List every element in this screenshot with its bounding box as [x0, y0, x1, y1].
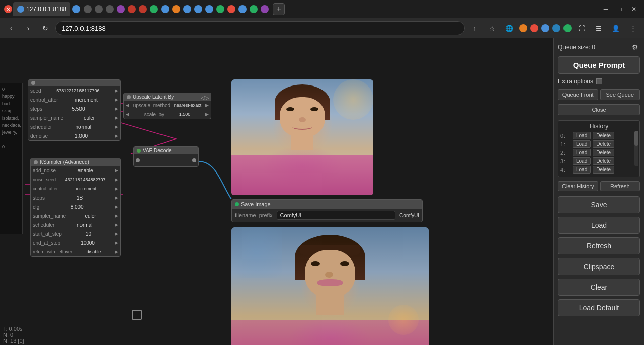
history-load-2[interactable]: Load	[573, 149, 591, 156]
ext-icon-1[interactable]	[519, 24, 527, 32]
history-num-0: 0:	[560, 133, 571, 139]
profile-button[interactable]: 👤	[609, 21, 623, 35]
history-delete-1[interactable]: Delete	[593, 140, 614, 148]
ext-icon-5[interactable]	[564, 24, 572, 32]
history-num-3: 3:	[560, 158, 571, 164]
extra-options-checkbox[interactable]	[596, 78, 602, 84]
vae-title: VAE Decode	[143, 148, 172, 153]
history-num-1: 1:	[560, 141, 571, 147]
history-refresh-button[interactable]: Refresh	[600, 181, 640, 191]
ext-icon-4[interactable]	[552, 24, 560, 32]
canvas-area[interactable]: seed 57812212168117706 ▶ control_after i…	[0, 38, 553, 345]
history-load-1[interactable]: Load	[573, 140, 591, 148]
sidebar-button[interactable]: ☰	[592, 21, 606, 35]
tab-icon-10[interactable]	[183, 5, 191, 13]
browser-chrome: ✕ 127.0.0.1:8188 + ─ □ ✕	[0, 0, 644, 38]
settings-gear-button[interactable]: ⚙	[630, 42, 640, 52]
tab-icon-11[interactable]	[194, 5, 202, 13]
active-tab[interactable]: 127.0.0.1:8188	[13, 2, 70, 16]
history-item-0: 0: Load Delete	[560, 132, 637, 139]
upscale-node[interactable]: Upscale Latent By ◁▷ ◀ upscale_method ne…	[123, 93, 211, 119]
seed-label: seed	[30, 88, 41, 94]
address-bar[interactable]: 127.0.0.1:8188	[55, 21, 465, 35]
vae-node[interactable]: VAE Decode	[133, 146, 199, 167]
history-actions-row: Clear History Refresh	[558, 181, 640, 191]
tab-icon-4[interactable]	[117, 5, 125, 13]
scale-label: scale_by	[144, 112, 164, 117]
save-image-title: Save Image	[241, 201, 271, 207]
load-button[interactable]: Load	[558, 217, 640, 234]
history-item-2: 2: Load Delete	[560, 149, 637, 156]
tab-icon-17[interactable]	[261, 5, 269, 13]
save-image-node[interactable]: Save Image filename_prefix ComfyUI	[231, 199, 423, 222]
left-sidebar-text: 0 happy bad sk.xj isolated, necklace, je…	[0, 83, 23, 234]
see-queue-button[interactable]: See Queue	[600, 89, 640, 100]
tab-icon-2[interactable]	[95, 5, 103, 13]
method-value: nearest-exact	[174, 103, 202, 108]
top-node[interactable]: seed 57812212168117706 ▶ control_after i…	[28, 79, 121, 141]
ext-icon-2[interactable]	[530, 24, 538, 32]
clear-history-button[interactable]: Clear History	[558, 181, 598, 191]
filename-prefix-input[interactable]	[277, 211, 396, 220]
extensions-manage-button[interactable]: ⛶	[575, 21, 589, 35]
ksampler-title: KSampler (Advanced)	[40, 159, 89, 165]
save-button[interactable]: Save	[558, 196, 640, 213]
refresh-button[interactable]: Refresh	[558, 237, 640, 254]
cursor-indicator	[132, 310, 142, 320]
ksampler-node[interactable]: KSampler (Advanced) add_noise enable ▶ n…	[30, 158, 121, 257]
control-label: control_after	[30, 97, 58, 103]
history-delete-0[interactable]: Delete	[593, 132, 614, 139]
history-delete-3[interactable]: Delete	[593, 157, 614, 165]
ext-icon-3[interactable]	[541, 24, 549, 32]
history-delete-4[interactable]: Delete	[593, 166, 614, 174]
steps-value2: 5.500	[72, 106, 85, 112]
nav-bar: ‹ › ↻ 127.0.0.1:8188 ↑ ☆ 🌐 ⛶ ☰ 👤 ⋮	[0, 18, 644, 38]
history-scroll-thumb[interactable]	[634, 131, 638, 146]
tab-icon-1[interactable]	[84, 5, 92, 13]
method-label: upscale_method	[133, 103, 170, 108]
time-status: T: 0.00s	[3, 326, 24, 332]
tab-icon-14[interactable]	[227, 5, 235, 13]
queue-front-button[interactable]: Queue Front	[558, 89, 598, 100]
history-num-2: 2:	[560, 150, 571, 156]
load-default-button[interactable]: Load Default	[558, 299, 640, 316]
bookmark-button[interactable]: ☆	[485, 21, 499, 35]
tab-icon-16[interactable]	[250, 5, 258, 13]
n-status: N: 0	[3, 332, 24, 338]
history-item-4: 4: Load Delete	[560, 166, 637, 174]
history-delete-2[interactable]: Delete	[593, 149, 614, 156]
history-load-3[interactable]: Load	[573, 157, 591, 165]
tab-icon-0[interactable]	[72, 5, 80, 13]
tab-icon-15[interactable]	[238, 5, 247, 13]
tab-icon-7[interactable]	[150, 5, 158, 13]
history-load-0[interactable]: Load	[573, 132, 591, 139]
tab-icon-12[interactable]	[205, 5, 213, 13]
history-scrollbar[interactable]	[634, 131, 638, 166]
menu-button[interactable]: ⋮	[626, 21, 640, 35]
extra-options-label: Extra options	[558, 78, 593, 85]
new-tab-button[interactable]: +	[273, 3, 285, 15]
close-button[interactable]: Close	[558, 104, 640, 115]
tab-icon-8[interactable]	[161, 5, 169, 13]
tab-icon-5[interactable]	[128, 5, 136, 13]
tab-icon-9[interactable]	[172, 5, 180, 13]
control-value: increment	[75, 97, 98, 103]
clear-button[interactable]: Clear	[558, 279, 640, 296]
tab-icon-13[interactable]	[216, 5, 224, 13]
restore-button[interactable]: □	[614, 3, 626, 15]
tab-icon-3[interactable]	[106, 5, 114, 13]
share-button[interactable]: ↑	[468, 21, 482, 35]
tab-close[interactable]: ✕	[4, 5, 12, 13]
extensions-button[interactable]: 🌐	[502, 21, 516, 35]
history-load-4[interactable]: Load	[573, 166, 591, 174]
tab-icon-6[interactable]	[139, 5, 147, 13]
back-button[interactable]: ‹	[4, 21, 18, 35]
history-item-3: 3: Load Delete	[560, 157, 637, 165]
queue-prompt-button[interactable]: Queue Prompt	[558, 56, 640, 74]
forward-button[interactable]: ›	[21, 21, 35, 35]
status-bar: T: 0.00s N: 0 N: 13 [0]	[0, 325, 27, 345]
close-window-button[interactable]: ✕	[628, 3, 640, 15]
reload-button[interactable]: ↻	[38, 21, 52, 35]
clipspace-button[interactable]: Clipspace	[558, 258, 640, 275]
minimize-button[interactable]: ─	[600, 3, 612, 15]
